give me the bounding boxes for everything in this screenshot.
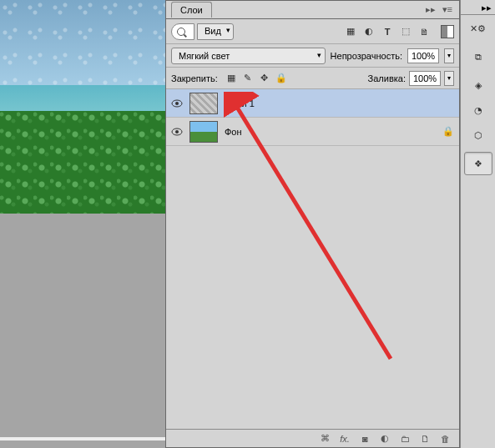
svg-point-3: [175, 130, 179, 133]
filter-row: Вид ▦ ◐ T ⬚ 🗎: [166, 19, 459, 44]
layer-row[interactable]: Фон 🔒: [166, 118, 459, 146]
fill-input[interactable]: [409, 71, 441, 86]
fill-label: Заливка:: [368, 73, 406, 83]
lock-all-icon[interactable]: 🔒: [275, 72, 288, 85]
filter-smart-icon[interactable]: 🗎: [417, 25, 431, 38]
add-mask-icon[interactable]: ◙: [359, 434, 371, 444]
layer-lock-icon: 🔒: [442, 126, 454, 137]
preview-greenery: [0, 111, 165, 214]
svg-point-1: [175, 102, 179, 105]
layers-icon[interactable]: ❖: [464, 152, 492, 175]
filter-shape-icon[interactable]: ⬚: [399, 25, 412, 38]
filter-pixel-icon[interactable]: ▦: [344, 25, 357, 38]
panel-menu-icon[interactable]: ▾≡: [439, 4, 456, 15]
opacity-input[interactable]: [407, 48, 439, 63]
status-bar: [0, 437, 165, 440]
layers-list: Слой 1 Фон 🔒: [166, 89, 459, 429]
lock-transparency-icon[interactable]: ▦: [225, 72, 238, 85]
delete-layer-icon[interactable]: 🗑: [439, 434, 451, 444]
layer-thumbnail[interactable]: [189, 93, 218, 114]
link-layers-icon[interactable]: ⌘: [319, 433, 331, 444]
canvas-area[interactable]: [0, 0, 165, 448]
panel-tab-layers[interactable]: Слои: [171, 2, 212, 18]
preview-sky: [0, 0, 165, 96]
document-preview[interactable]: [0, 0, 165, 214]
group-icon[interactable]: 🗀: [399, 434, 411, 444]
fill-dropdown-arrow[interactable]: ▾: [444, 71, 454, 86]
panel-footer: ⌘ fx. ◙ ◐ 🗀 🗋 🗑: [166, 429, 459, 447]
layer-thumbnail[interactable]: [189, 121, 218, 143]
blend-mode-dropdown[interactable]: Мягкий свет: [171, 48, 326, 64]
channels-icon[interactable]: ◔: [464, 98, 492, 122]
layer-search[interactable]: [171, 23, 194, 40]
search-icon: [177, 28, 185, 36]
visibility-icon[interactable]: [171, 98, 183, 109]
new-layer-icon[interactable]: 🗋: [419, 434, 431, 444]
right-toolbar: ▸▸ ✕⚙ ⧉ ◈ ◔ ⬡ ❖: [460, 0, 495, 448]
toolbar-collapse[interactable]: ▸▸: [461, 2, 495, 15]
opacity-dropdown-arrow[interactable]: ▾: [444, 48, 454, 63]
lock-position-icon[interactable]: ✥: [258, 72, 271, 85]
filter-toggle[interactable]: [441, 25, 454, 38]
opacity-label: Непрозрачность:: [331, 51, 402, 61]
layer-row[interactable]: Слой 1: [166, 89, 459, 118]
paths-icon[interactable]: ⬡: [464, 123, 492, 147]
filter-adjustment-icon[interactable]: ◐: [362, 25, 376, 38]
history-icon[interactable]: ⧉: [464, 45, 492, 68]
collapse-panel-icon[interactable]: ▸▸: [422, 4, 439, 15]
layer-name[interactable]: Слой 1: [225, 98, 454, 108]
adjustment-layer-icon[interactable]: ◐: [379, 433, 391, 444]
lock-row: Закрепить: ▦ ✎ ✥ 🔒 Заливка: ▾: [166, 68, 459, 89]
visibility-icon[interactable]: [171, 126, 183, 138]
lock-pixels-icon[interactable]: ✎: [241, 72, 255, 85]
panel-header: Слои ▸▸ ▾≡: [166, 1, 459, 19]
filter-type-dropdown[interactable]: Вид: [197, 23, 234, 40]
layer-name[interactable]: Фон: [225, 127, 436, 137]
filter-type-icon[interactable]: T: [381, 25, 394, 38]
layers-panel: Слои ▸▸ ▾≡ Вид ▦ ◐ T ⬚ 🗎 Мягкий свет Неп…: [165, 0, 460, 448]
blend-row: Мягкий свет Непрозрачность: ▾: [166, 44, 459, 68]
lock-label: Закрепить:: [171, 73, 218, 83]
layer-fx-icon[interactable]: fx.: [339, 434, 351, 444]
cube-icon[interactable]: ◈: [464, 73, 492, 97]
tools-icon[interactable]: ✕⚙: [464, 17, 492, 40]
